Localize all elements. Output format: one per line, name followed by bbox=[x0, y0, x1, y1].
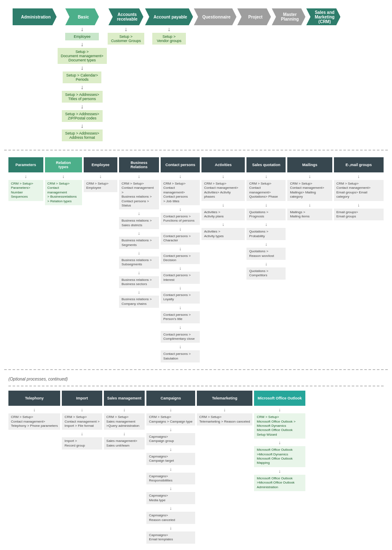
box-act-plans: Activities >Activity plans bbox=[201, 209, 245, 221]
arr-sq3: ↓ bbox=[246, 241, 286, 246]
arr-br3: ↓ bbox=[119, 250, 159, 255]
arrow3: ↓ bbox=[81, 65, 84, 71]
arr-sq4: ↓ bbox=[246, 261, 286, 266]
col-activities: Activities ↓ CRM > Setup>Contact managem… bbox=[201, 157, 245, 240]
box-br-chains: Business relations >Company chains bbox=[119, 296, 159, 308]
section3: (Optional processes, continued) Telephon… bbox=[4, 374, 388, 546]
section3-flow: Telephony ↓ CRM > Setup>Contact manageme… bbox=[8, 391, 384, 543]
col-sales-marketing: Sales andMarketing(CRM) bbox=[306, 8, 340, 25]
arrow2: ↓ bbox=[81, 41, 84, 47]
box-mso-admin: Microsoft Office Outlook>Microsoft Offic… bbox=[254, 475, 305, 491]
col-questionnaire: Questionnaire bbox=[194, 8, 236, 25]
col-contact-persons: Contact persons ↓ CRM > Setup>Contact ma… bbox=[161, 157, 200, 362]
box-cp-salutation: Contact persons >Salutation bbox=[161, 350, 200, 362]
col-telemarketing: Telemarketing ↓ CRM > Setup>Telemarketin… bbox=[197, 391, 253, 426]
col-project: Project bbox=[237, 8, 271, 25]
header-accounts-receivable: Accountsreceivable bbox=[109, 8, 143, 25]
box-tel-params: CRM > Setup>Contact management>Telephony… bbox=[8, 413, 60, 430]
box-br-status: CRM > Setup>Contact management >Business… bbox=[119, 180, 159, 209]
arrow6: ↓ bbox=[81, 123, 84, 129]
col-campaigns: Campaigns ↓ CRM > Setup>Campaigns > Camp… bbox=[146, 391, 195, 543]
separator2 bbox=[4, 369, 388, 370]
box-periods: Setup > Calendar>Periods bbox=[63, 71, 101, 83]
arrow4: ↓ bbox=[81, 84, 84, 90]
box-doc-types: Setup >Document management>Document type… bbox=[58, 48, 107, 64]
arr-camp5: ↓ bbox=[146, 505, 195, 510]
arr-mail0: ↓ bbox=[287, 174, 332, 179]
arr-cp8: ↓ bbox=[161, 344, 200, 349]
arr-sm0: ↓ bbox=[104, 407, 145, 412]
arr-reltypes: ↓ bbox=[45, 174, 82, 179]
box-email-category: CRM > Setup>Contact management>Email gro… bbox=[334, 180, 384, 201]
arr-camp0: ↓ bbox=[146, 407, 195, 412]
box-sm-team: Sales management>Sales unit/team bbox=[104, 437, 145, 450]
arr-imp0: ↓ bbox=[62, 407, 102, 412]
box-vendor-groups: Setup >Vendor groups bbox=[152, 33, 186, 45]
arr-cp6: ↓ bbox=[161, 305, 200, 310]
arrow-ar: ↓ bbox=[124, 26, 127, 32]
col-sales-management: Sales management ↓ CRM > Setup>Sales man… bbox=[104, 391, 145, 450]
box-cp-character: Contact persons >Character bbox=[161, 233, 200, 245]
box-address-format: Setup > Addresses>Address format bbox=[62, 130, 103, 141]
box-imp-recordgroup: Import >Record group bbox=[62, 437, 102, 450]
page: Administration Basic ↓ Employee ↓ Setup … bbox=[0, 0, 392, 550]
header-employee: Employee bbox=[84, 157, 117, 172]
arr-br4: ↓ bbox=[119, 270, 159, 275]
box-cp-jobtitles: CRM > Setup>Contact management>Contact p… bbox=[161, 180, 200, 205]
col-business-relations: BusinessRelations ↓ CRM > Setup>Contact … bbox=[119, 157, 159, 308]
header-master-planning: MasterPlanning bbox=[272, 8, 305, 25]
col-ms-outlook: Microsoft Office Outlook ↓ CRM > Setup>M… bbox=[254, 391, 305, 491]
box-camp-type: CRM > Setup>Campaigns > Campaign type bbox=[146, 413, 195, 426]
arr-act1: ↓ bbox=[201, 202, 245, 207]
arr-imp1: ↓ bbox=[62, 431, 102, 436]
arr-sq0: ↓ bbox=[246, 174, 286, 179]
arr-mso2: ↓ bbox=[254, 468, 305, 473]
top-flow: Administration Basic ↓ Employee ↓ Setup … bbox=[13, 8, 379, 141]
arr-tm0: ↓ bbox=[197, 407, 253, 412]
header-administration: Administration bbox=[13, 8, 57, 25]
box-sq-wonlost: Quotations >Reason won/lost bbox=[246, 248, 286, 260]
col-mailings: Mailings ↓ CRM > Setup>Contact managemen… bbox=[287, 157, 332, 220]
header-import: Import bbox=[62, 391, 102, 406]
box-cp-complimentary: Contact persons >Complimentary close bbox=[161, 331, 200, 343]
col-telephony: Telephony ↓ CRM > Setup>Contact manageme… bbox=[8, 391, 60, 430]
arr-tel0: ↓ bbox=[8, 407, 60, 412]
box-cp-interest: Contact persons >Interest bbox=[161, 272, 200, 284]
arr-camp4: ↓ bbox=[146, 486, 195, 491]
box-zip: Setup > Addresses>ZIP/Postal codes bbox=[62, 110, 103, 122]
col-import: Import ↓ CRM > Setup>Contact management … bbox=[62, 391, 102, 450]
arr-mso1: ↓ bbox=[254, 440, 305, 445]
arr-cp2: ↓ bbox=[161, 226, 200, 231]
box-sq-prognosis: Quotations >Prognosis bbox=[246, 209, 286, 221]
arr-cp1: ↓ bbox=[161, 206, 200, 212]
header-contact-persons: Contact persons bbox=[161, 157, 200, 172]
arrow-ap: ↓ bbox=[167, 26, 170, 32]
header-mailings: Mailings bbox=[287, 157, 332, 172]
arr-cp4: ↓ bbox=[161, 265, 200, 270]
arr-camp3: ↓ bbox=[146, 466, 195, 471]
box-sq-competitors: Quotations >Competitors bbox=[246, 267, 286, 280]
box-act-phases: CRM > Setup>Contact management>Activitie… bbox=[201, 180, 245, 201]
col-employee: Employee ↓ CRM > Setup>Employee bbox=[84, 157, 117, 192]
arr-camp6: ↓ bbox=[146, 525, 195, 530]
arrow5: ↓ bbox=[81, 103, 84, 109]
arr-mail1: ↓ bbox=[287, 202, 332, 207]
header-project: Project bbox=[237, 8, 271, 25]
section2: Parameters ↓ CRM > Setup>Parameters>Numb… bbox=[4, 155, 388, 365]
box-br-sectors: Business relations >Business sectors bbox=[119, 276, 159, 288]
arr-br2: ↓ bbox=[119, 230, 159, 235]
header-campaigns: Campaigns bbox=[146, 391, 195, 406]
arr-br0: ↓ bbox=[119, 174, 159, 179]
box-relation-types: CRM > Setup>Contact management> Business… bbox=[45, 180, 82, 205]
section1: Administration Basic ↓ Employee ↓ Setup … bbox=[4, 4, 388, 145]
separator1 bbox=[4, 150, 388, 151]
box-camp-media: Capmaigns>Media type bbox=[146, 492, 195, 504]
box-br-segments: Business relations >Segments bbox=[119, 237, 159, 249]
box-cp-functions: Contact persons >Functions of persons bbox=[161, 213, 200, 225]
header-account-payable: Account payable bbox=[145, 8, 193, 25]
arr-br1: ↓ bbox=[119, 211, 159, 216]
box-number-sequences: CRM > Setup>Parameters>Number Sequences bbox=[8, 180, 43, 201]
header-ms-outlook: Microsoft Office Outlook bbox=[254, 391, 305, 406]
arr-sq2: ↓ bbox=[246, 222, 286, 227]
box-cp-loyalty: Contact persons >Loyalty bbox=[161, 291, 200, 304]
